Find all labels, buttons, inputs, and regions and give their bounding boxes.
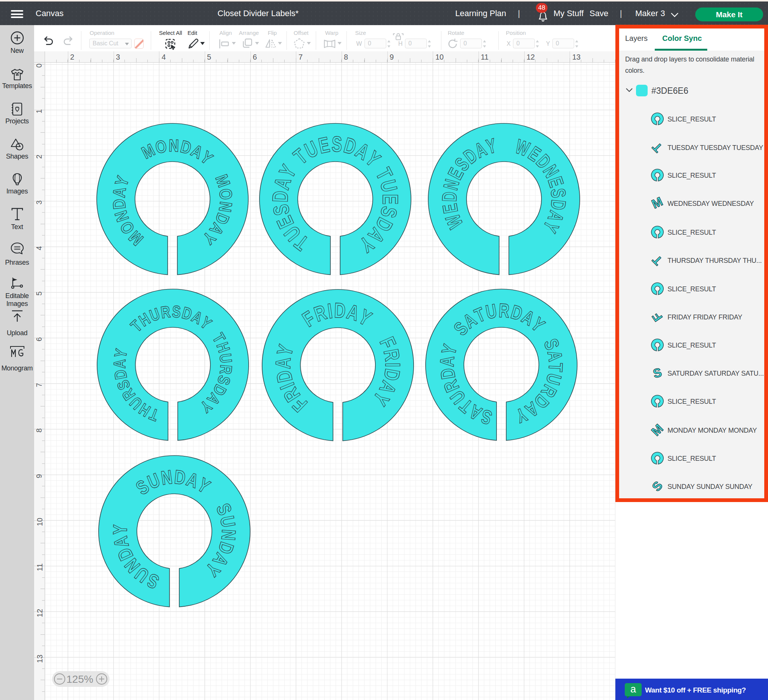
svg-text:A: A xyxy=(271,357,295,369)
svg-text:D: D xyxy=(268,190,293,203)
svg-text:A: A xyxy=(110,359,129,369)
svg-text:Y: Y xyxy=(109,524,131,535)
svg-text:N: N xyxy=(218,529,240,541)
svg-text:T: T xyxy=(544,362,567,372)
svg-text:I: I xyxy=(381,363,405,367)
svg-text:R: R xyxy=(498,299,510,322)
svg-text:R: R xyxy=(217,364,236,375)
svg-text:D: D xyxy=(438,191,461,202)
svg-text:O: O xyxy=(216,188,236,201)
svg-text:E: E xyxy=(378,194,403,205)
svg-text:A: A xyxy=(436,355,458,368)
svg-text:S: S xyxy=(331,132,342,157)
svg-text:N: N xyxy=(168,136,179,155)
svg-text:D: D xyxy=(109,198,130,210)
svg-text:D: D xyxy=(334,299,346,322)
svg-text:S: S xyxy=(171,302,181,321)
